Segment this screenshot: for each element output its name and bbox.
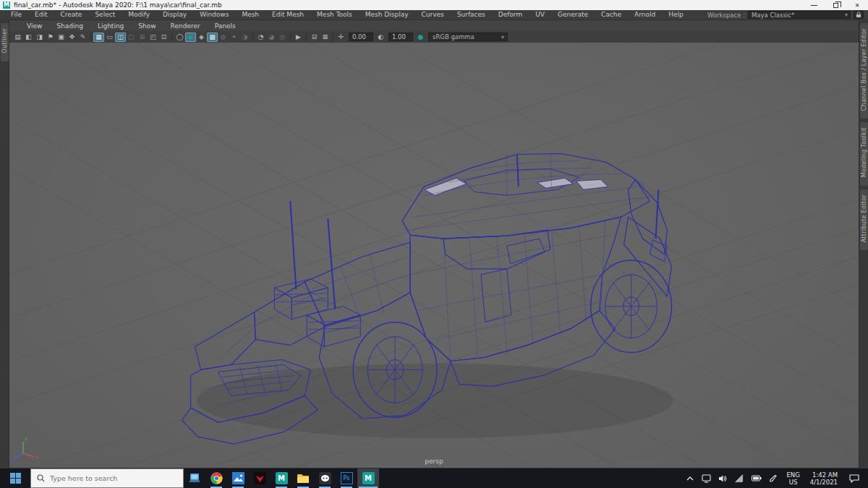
menu-item[interactable]: Select bbox=[88, 10, 122, 20]
taskbar-app-chrome[interactable] bbox=[205, 468, 227, 488]
search-input[interactable] bbox=[50, 474, 166, 482]
panel-menu-item[interactable]: Renderer bbox=[163, 22, 208, 30]
menu-item[interactable]: Generate bbox=[551, 10, 595, 20]
menu-item[interactable]: Surfaces bbox=[451, 10, 492, 20]
view-transform-dropdown[interactable]: sRGB gamma ▾ bbox=[428, 33, 508, 41]
workspace-lock-button[interactable] bbox=[854, 11, 864, 19]
minimize-button[interactable] bbox=[803, 0, 825, 10]
film-gate-icon[interactable]: ▭ bbox=[104, 33, 115, 42]
object-select-icon[interactable]: ▶ bbox=[293, 33, 304, 42]
menu-item[interactable]: Create bbox=[54, 10, 89, 20]
scene-canvas: y x z bbox=[9, 43, 859, 468]
panel-menu-item[interactable]: Panels bbox=[208, 22, 243, 30]
taskbar-app-file-explorer[interactable] bbox=[292, 468, 314, 488]
menu-item[interactable]: Mesh Tools bbox=[310, 10, 359, 20]
layout-grid-icon[interactable]: ▦ bbox=[93, 33, 104, 42]
tab-attribute-editor[interactable]: Attribute Editor bbox=[860, 189, 868, 250]
grease-pencil-icon[interactable]: ✎ bbox=[77, 33, 88, 42]
lights-icon[interactable]: ✦ bbox=[229, 33, 239, 42]
tab-outliner[interactable]: Outliner bbox=[1, 23, 9, 61]
safe-title-icon[interactable]: ⊡ bbox=[158, 33, 169, 42]
xray-icon[interactable]: ◔ bbox=[255, 33, 266, 42]
windows-taskbar: M Ps M bbox=[0, 468, 868, 488]
camera-attributes-icon[interactable]: ◨ bbox=[34, 33, 45, 42]
duplicate-view-icon[interactable]: ⊟ bbox=[309, 33, 320, 42]
taskbar-app-maya[interactable]: M bbox=[271, 468, 292, 488]
resolution-gate-icon[interactable]: ◫ bbox=[115, 33, 126, 42]
snapshot-icon[interactable]: ⊠ bbox=[320, 33, 331, 42]
view-transform-value: sRGB gamma bbox=[433, 33, 475, 40]
checker-icon[interactable]: ▩ bbox=[207, 33, 218, 42]
menu-item[interactable]: Edit bbox=[28, 10, 54, 20]
minimize-icon bbox=[811, 5, 817, 6]
wireframe-icon[interactable]: ◯ bbox=[174, 33, 185, 42]
panel-menu-item[interactable]: View bbox=[20, 22, 49, 30]
language-indicator[interactable]: ENG US bbox=[783, 471, 802, 486]
menu-item[interactable]: Edit Mesh bbox=[265, 10, 310, 20]
select-camera-icon[interactable]: ▤ bbox=[12, 33, 23, 42]
image-plane-icon[interactable]: ▣ bbox=[56, 33, 67, 42]
shadows-icon[interactable]: ◑ bbox=[239, 33, 250, 42]
close-button[interactable]: ✕ bbox=[846, 0, 868, 10]
use-default-material-icon[interactable]: ◍ bbox=[218, 33, 229, 42]
bookmark-icon[interactable]: ⚑ bbox=[45, 33, 56, 42]
separator bbox=[90, 33, 91, 41]
monitor-icon[interactable] bbox=[700, 468, 712, 488]
window-title: final_car.mb* - Autodesk Maya 2020: F:\1… bbox=[14, 1, 222, 9]
gamma-icon[interactable]: ◐ bbox=[375, 33, 386, 42]
gate-mask-icon[interactable]: ▢ bbox=[126, 33, 137, 42]
panel-menu-item[interactable]: Show bbox=[131, 22, 163, 30]
panel-menu-item[interactable]: Shading bbox=[49, 22, 90, 30]
menu-item[interactable]: File bbox=[4, 10, 28, 20]
perspective-viewport[interactable]: y x z persp bbox=[9, 43, 859, 468]
taskbar-search[interactable] bbox=[30, 468, 184, 488]
taskbar-app-discord[interactable] bbox=[314, 468, 336, 488]
menu-item[interactable]: Help bbox=[662, 10, 690, 20]
separator bbox=[333, 33, 333, 41]
taskbar-app-predator[interactable] bbox=[249, 468, 271, 488]
menu-item[interactable]: Windows bbox=[193, 10, 235, 20]
xray-joints-icon[interactable]: ◕ bbox=[266, 33, 277, 42]
color-management-icon[interactable]: ● bbox=[415, 33, 426, 42]
textured-icon[interactable]: ◈ bbox=[196, 33, 207, 42]
exposure-icon[interactable]: ✛ bbox=[336, 33, 346, 42]
menu-item[interactable]: Curves bbox=[415, 10, 451, 20]
isolate-select-icon[interactable]: ◎ bbox=[277, 33, 288, 42]
lock-camera-icon[interactable]: ◧ bbox=[23, 33, 34, 42]
exposure-field[interactable]: 0.00 bbox=[349, 33, 373, 41]
taskbar-app-maya-active[interactable]: M bbox=[357, 468, 379, 488]
menu-item[interactable]: Mesh Display bbox=[359, 10, 415, 20]
menu-item[interactable]: Modify bbox=[122, 10, 156, 20]
smooth-shade-icon[interactable]: ◆ bbox=[185, 33, 196, 42]
menu-item[interactable]: Mesh bbox=[235, 10, 265, 20]
menu-item[interactable]: UV bbox=[529, 10, 551, 20]
taskbar-app-photoshop[interactable]: Ps bbox=[336, 468, 357, 488]
network-icon[interactable] bbox=[733, 468, 746, 488]
menu-item[interactable]: Arnold bbox=[628, 10, 662, 20]
safe-action-icon[interactable]: ◰ bbox=[148, 33, 158, 42]
field-chart-icon[interactable]: ⊞ bbox=[137, 33, 148, 42]
chrome-icon bbox=[210, 472, 223, 484]
panel-menu-item[interactable]: Lighting bbox=[90, 22, 131, 30]
menu-item[interactable]: Cache bbox=[595, 10, 628, 20]
menu-item[interactable]: Display bbox=[156, 10, 193, 20]
gamma-field[interactable]: 1.00 bbox=[388, 33, 413, 41]
date-text: 4/1/2021 bbox=[810, 479, 838, 486]
restore-button[interactable] bbox=[825, 0, 846, 10]
clock[interactable]: 1:42 AM 4/1/2021 bbox=[807, 471, 841, 486]
hidden-icons-chevron[interactable] bbox=[684, 468, 696, 488]
taskbar-app-photos[interactable] bbox=[227, 468, 249, 488]
start-button[interactable] bbox=[0, 468, 30, 488]
pan-zoom-icon[interactable]: ✥ bbox=[67, 33, 77, 42]
workspace-dropdown[interactable]: Maya Classic* ▾ bbox=[748, 11, 851, 19]
tab-channel-box[interactable]: Channel Box / Layer Editor bbox=[860, 23, 868, 119]
tab-modeling-toolkit[interactable]: Modeling Toolkit bbox=[860, 122, 868, 185]
action-center-icon[interactable] bbox=[845, 468, 864, 488]
menu-item[interactable]: Deform bbox=[492, 10, 529, 20]
roof-deck bbox=[402, 153, 650, 239]
taskbar-app-laptop[interactable] bbox=[184, 468, 205, 488]
battery-icon[interactable] bbox=[750, 468, 762, 488]
volume-icon[interactable] bbox=[717, 468, 729, 488]
maya-app-icon: M bbox=[3, 1, 10, 9]
pen-icon[interactable] bbox=[767, 468, 779, 488]
